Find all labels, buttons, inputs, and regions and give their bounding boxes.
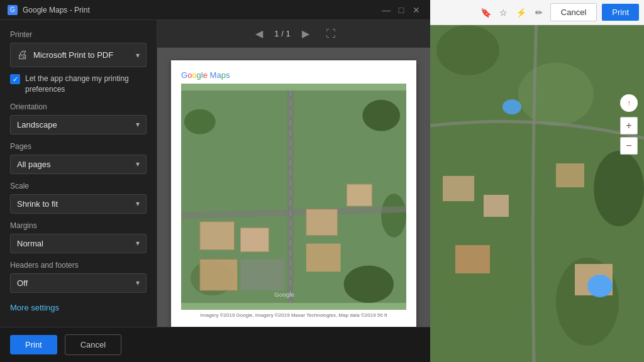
svg-point-3	[594, 151, 644, 226]
svg-point-2	[518, 63, 594, 126]
margins-arrow: ▾	[136, 239, 140, 248]
printer-name: Microsoft Print to PDF	[33, 50, 131, 60]
pages-select[interactable]: All pages ▾	[10, 155, 147, 174]
svg-rect-24	[240, 228, 269, 252]
zoom-in-button[interactable]: +	[620, 117, 638, 134]
orientation-label: Orientation	[10, 102, 147, 111]
maps-logo: Google Maps	[181, 70, 406, 80]
printer-dropdown-arrow: ▾	[136, 51, 140, 60]
margins-select[interactable]: Normal ▾	[10, 234, 147, 253]
browser-cancel-button[interactable]: Cancel	[550, 3, 597, 21]
title-bar-left: G Google Maps - Print	[8, 5, 90, 15]
page-preview: Google Maps	[171, 60, 416, 327]
scale-arrow: ▾	[136, 199, 140, 208]
print-button[interactable]: Print	[10, 335, 57, 354]
next-page-button[interactable]: ▶	[298, 26, 313, 41]
star-icon[interactable]: ☆	[497, 6, 510, 19]
scale-select[interactable]: Shrink to fit ▾	[10, 194, 147, 214]
svg-rect-28	[306, 209, 338, 236]
browser-toolbar: 🔖 ☆ ⚡ ✏ Cancel Print	[430, 0, 644, 25]
close-button[interactable]: ✕	[410, 4, 423, 16]
scale-value: Shrink to fit	[17, 199, 136, 209]
orientation-value: Landscape	[17, 120, 136, 129]
headers-arrow: ▾	[136, 278, 140, 287]
bookmark-icon[interactable]: 🔖	[480, 6, 492, 19]
browser-print-button[interactable]: Print	[602, 4, 639, 21]
svg-point-1	[436, 25, 499, 75]
preview-area: ◀ 1 / 1 ▶ ⛶ Google Maps	[157, 20, 430, 327]
svg-point-15	[362, 100, 400, 131]
svg-point-18	[344, 265, 394, 303]
checkbox-checkmark: ✓	[13, 76, 18, 83]
app-prefs-checkbox[interactable]: ✓	[10, 74, 20, 84]
app-prefs-label: Let the app change my printing preferenc…	[25, 74, 147, 95]
cancel-button[interactable]: Cancel	[65, 334, 121, 355]
printer-icon: 🖨	[17, 48, 28, 62]
headers-label: Headers and footers	[10, 261, 147, 270]
prev-page-button[interactable]: ◀	[252, 26, 267, 41]
fullscreen-button[interactable]: ⛶	[326, 28, 336, 40]
margins-value: Normal	[17, 239, 136, 248]
printer-section-label: Printer	[10, 30, 147, 39]
svg-rect-6	[443, 176, 474, 201]
svg-point-12	[502, 99, 521, 114]
orientation-arrow: ▾	[136, 120, 140, 129]
pages-arrow: ▾	[136, 160, 140, 168]
svg-rect-26	[200, 259, 238, 290]
svg-rect-9	[455, 245, 490, 273]
svg-rect-32	[306, 244, 341, 272]
svg-rect-7	[484, 195, 509, 217]
svg-rect-22	[200, 222, 235, 250]
margins-label: Margins	[10, 221, 147, 230]
maximize-button[interactable]: □	[395, 4, 408, 16]
aerial-preview-svg: Google	[181, 84, 406, 310]
svg-point-16	[381, 194, 406, 238]
map-caption: Imagery ©2019 Google, Imagery ©2019 Maxa…	[181, 312, 406, 318]
window-title: Google Maps - Print	[23, 6, 90, 14]
more-settings-link[interactable]: More settings	[10, 303, 147, 312]
map-image: Google	[181, 84, 406, 310]
map-controls: ↑ + −	[620, 94, 638, 155]
preview-scroll: Google Maps	[157, 48, 430, 327]
headers-select[interactable]: Off ▾	[10, 273, 147, 293]
checkbox-row: ✓ Let the app change my printing prefere…	[10, 74, 147, 95]
pen-icon[interactable]: ✏	[533, 6, 545, 19]
title-bar: G Google Maps - Print — □ ✕	[0, 0, 430, 20]
svg-point-11	[587, 275, 613, 297]
svg-rect-33	[240, 259, 284, 290]
svg-point-14	[184, 109, 216, 134]
svg-rect-8	[556, 163, 584, 187]
bottom-bar: Print Cancel	[0, 327, 430, 362]
headers-value: Off	[17, 278, 136, 288]
minimize-button[interactable]: —	[380, 4, 392, 16]
app-icon: G	[8, 5, 18, 15]
dialog-body: Printer 🖨 Microsoft Print to PDF ▾ ✓ Let…	[0, 20, 430, 327]
maps-aerial-svg	[430, 0, 644, 362]
page-indicator: 1 / 1	[274, 29, 290, 38]
printer-selector[interactable]: 🖨 Microsoft Print to PDF ▾	[10, 43, 147, 67]
pages-value: All pages	[17, 160, 136, 169]
svg-rect-30	[347, 184, 372, 206]
scale-label: Scale	[10, 182, 147, 190]
print-dialog: G Google Maps - Print — □ ✕ Printer 🖨 Mi…	[0, 0, 430, 362]
orientation-select[interactable]: Landscape ▾	[10, 115, 147, 134]
preview-nav: ◀ 1 / 1 ▶ ⛶	[157, 20, 430, 48]
zoom-out-button[interactable]: −	[620, 137, 638, 155]
maps-background: ↑ + −	[430, 0, 644, 362]
compass-button[interactable]: ↑	[620, 94, 638, 112]
extensions-icon[interactable]: ⚡	[515, 6, 528, 19]
svg-text:Google: Google	[274, 291, 295, 298]
pages-label: Pages	[10, 142, 147, 151]
left-panel: Printer 🖨 Microsoft Print to PDF ▾ ✓ Let…	[0, 20, 157, 327]
